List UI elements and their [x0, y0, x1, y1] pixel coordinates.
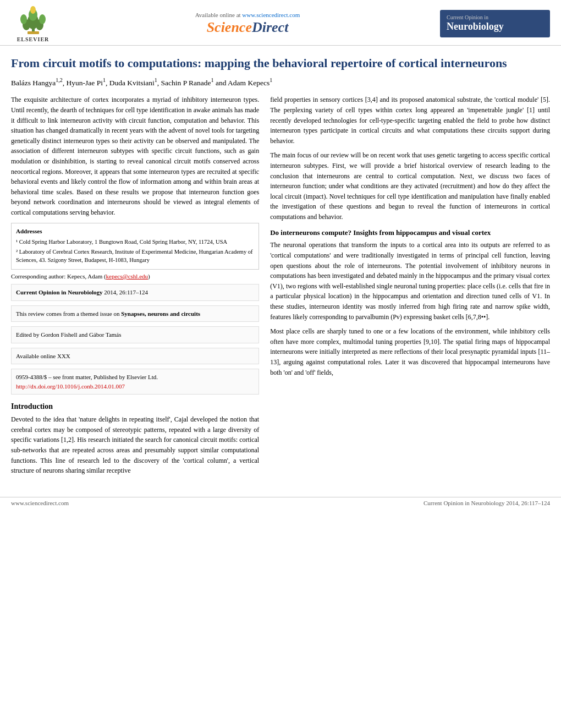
page-footer: www.sciencedirect.com Current Opinion in… — [0, 497, 561, 508]
section2-heading: Do interneurons compute? Insights from h… — [270, 228, 550, 237]
introduction-text: Devoted to the idea that 'nature delight… — [11, 414, 259, 476]
journal-label: Current Opinion in — [447, 14, 543, 21]
elsevier-logo: ELSEVIER — [11, 4, 55, 43]
sciencedirect-branding: Available online at www.sciencedirect.co… — [55, 12, 440, 36]
footer-left: www.sciencedirect.com — [11, 500, 69, 506]
themed-issue-box: This review comes from a themed issue on… — [11, 305, 259, 322]
corresponding-author: Corresponding author: Kepecs, Adam (kepe… — [11, 273, 259, 280]
footer-right: Current Opinion in Neurobiology 2014, 26… — [424, 500, 550, 506]
available-online-text: Available online at www.sciencedirect.co… — [55, 12, 440, 18]
elsevier-logo-area: ELSEVIER — [11, 4, 55, 43]
page-header: ELSEVIER Available online at www.science… — [0, 0, 561, 46]
abstract-text: The exquisite architecture of cortex inc… — [11, 95, 259, 217]
right-column: field properties in sensory cortices [3,… — [270, 95, 550, 480]
svg-point-7 — [30, 6, 36, 14]
svg-rect-8 — [28, 31, 39, 34]
svg-point-4 — [20, 14, 27, 24]
sciencedirect-logo: ScienceDirect — [55, 19, 440, 36]
elsevier-label: ELSEVIER — [17, 36, 50, 42]
journal-info-box: Current Opinion in Neurobiology 2014, 26… — [11, 284, 259, 301]
article-title: From circuit motifs to computations: map… — [11, 56, 550, 72]
svg-point-5 — [39, 14, 46, 24]
website-link[interactable]: www.sciencedirect.com — [242, 12, 300, 18]
doi-link[interactable]: http://dx.doi.org/10.1016/j.conb.2014.01… — [16, 383, 125, 390]
available-online-box: Available online XXX — [11, 348, 259, 365]
addresses-box: Addresses ¹ Cold Spring Harbor Laborator… — [11, 223, 259, 270]
journal-title: Neurobiology — [447, 21, 543, 33]
main-content: From circuit motifs to computations: map… — [0, 46, 561, 491]
editors-box: Edited by Gordon Fishell and Gábor Tamás — [11, 326, 259, 343]
introduction-heading: Introduction — [11, 402, 259, 411]
left-column: The exquisite architecture of cortex inc… — [11, 95, 259, 480]
elsevier-tree-icon — [15, 5, 51, 35]
right-col-text1: field properties in sensory cortices [3,… — [270, 95, 550, 222]
two-column-layout: The exquisite architecture of cortex inc… — [11, 95, 550, 480]
copyright-box: 0959-4388/$ – see front matter, Publishe… — [11, 369, 259, 395]
journal-branding: Current Opinion in Neurobiology — [440, 10, 550, 37]
authors: Balázs Hangya1,2, Hyun-Jae Pi1, Duda Kvi… — [11, 76, 550, 89]
section2-text: The neuronal operations that transform t… — [270, 240, 550, 377]
